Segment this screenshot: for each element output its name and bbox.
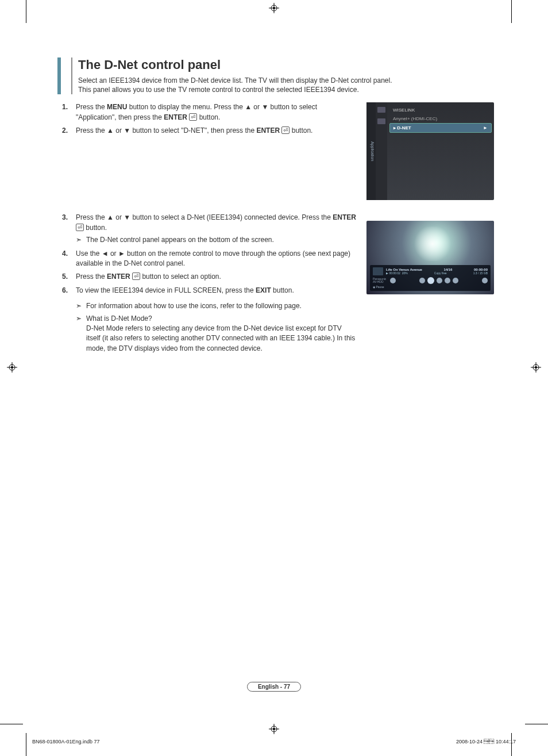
crop-mark	[525, 724, 548, 724]
page-title: The D-Net control panel	[78, 57, 494, 72]
note-answer: D-Net Mode refers to selecting any devic…	[86, 324, 355, 352]
intro-line: Select an IEEE1394 device from the D-Net…	[78, 76, 392, 85]
next-icon	[482, 278, 488, 283]
menu-item-label: Anynet+ (HDMI-CEC)	[393, 116, 437, 121]
note-item: ➣ What is D-Net Mode? D-Net Mode refers …	[76, 314, 356, 354]
note-arrow-icon: ➣	[76, 314, 82, 354]
step-text: Press the	[76, 103, 107, 111]
exit-button-label: EXIT	[256, 286, 271, 294]
pause-icon	[427, 277, 434, 284]
print-timestamp: 2008-10-24  10:44:17	[456, 739, 516, 745]
crop-mark	[511, 0, 512, 23]
page-number-badge: English - 77	[247, 682, 301, 692]
crop-mark	[511, 733, 512, 756]
enter-icon: ⏎	[76, 224, 84, 231]
play-icon	[437, 278, 442, 283]
dnet-control-panel: Life On Venus Avenue 14/16 00:00:00 ▶ 00…	[370, 265, 491, 291]
step-item: Press the ▲ or ▼ button to select a D-Ne…	[57, 213, 356, 245]
page-footer: English - 77	[0, 681, 548, 692]
footnotes: ➣ For information about how to use the i…	[57, 301, 356, 354]
step-item: Press the ▲ or ▼ button to select "D-NET…	[57, 126, 356, 136]
steps-list: Press the ▲ or ▼ button to select a D-Ne…	[57, 213, 356, 296]
step-text: button.	[271, 286, 294, 294]
step-text: button.	[290, 126, 312, 135]
rewind-icon	[445, 278, 450, 283]
note-text: For information about how to use the ico…	[86, 301, 302, 311]
crop-mark	[0, 724, 23, 724]
enter-button-label: ENTER	[256, 126, 280, 135]
step-item: Press the MENU button to display the men…	[57, 102, 356, 122]
menu-item: WISELINK	[389, 106, 492, 114]
menu-item: Anynet+ (HDMI-CEC)	[389, 114, 492, 123]
step-text: button.	[197, 113, 220, 121]
enter-icon: ⏎	[189, 113, 197, 121]
forward-icon	[453, 278, 458, 283]
print-file-info: BN68-01800A-01Eng.indb 77	[32, 739, 100, 745]
menu-category-icon	[377, 118, 385, 124]
elapsed-time: 00:00:02	[389, 271, 400, 275]
note-item: ➣ For information about how to use the i…	[76, 301, 356, 311]
chevron-right-icon: ►	[483, 125, 488, 131]
step-text: Press the ▲ or ▼ button to select a D-Ne…	[76, 213, 333, 221]
file-size: 1.3 / 15 GB	[473, 271, 488, 275]
note-arrow-icon: ➣	[76, 235, 82, 245]
intro-line: This panel allows you to use the TV remo…	[78, 86, 359, 94]
menu-screenshot: Application WISELINK Anynet+ (HDMI-CEC) …	[366, 102, 494, 200]
enter-icon: ⏎	[281, 126, 290, 134]
note-arrow-icon: ➣	[76, 301, 82, 311]
print-footer: BN68-01800A-01Eng.indb 77 2008-10-24  …	[32, 739, 516, 745]
device-label: Panasonic AV-HDD	[373, 278, 388, 284]
intro-text: Select an IEEE1394 device from the D-Net…	[78, 76, 494, 94]
video-thumbnail	[373, 267, 383, 275]
registration-mark-icon	[269, 3, 279, 13]
copy-status: Copy free	[434, 271, 447, 275]
enter-icon: ⏎	[132, 273, 140, 280]
crop-mark	[26, 0, 26, 23]
menu-button-label: MENU	[107, 103, 127, 111]
note-text: The D-Net control panel appears on the b…	[86, 235, 274, 245]
progress-percent: 20%	[402, 271, 408, 275]
note-text: What is D-Net Mode? D-Net Mode refers to…	[86, 314, 356, 354]
step-text: button to select an option.	[140, 273, 221, 281]
stop-icon	[419, 278, 425, 283]
playback-screenshot: Life On Venus Avenue 14/16 00:00:00 ▶ 00…	[366, 221, 494, 294]
note-question: What is D-Net Mode?	[86, 314, 152, 323]
step-item: Press the ENTER ⏎ button to select an op…	[57, 272, 356, 282]
menu-category-icon	[377, 107, 385, 113]
step-text: Press the ▲ or ▼ button to select "D-NET…	[76, 126, 256, 135]
menu-item-selected: ▸ D-NET ►	[389, 123, 492, 133]
crop-mark	[26, 733, 26, 756]
step-text: To view the IEEE1394 device in FULL SCRE…	[76, 286, 256, 294]
enter-button-label: ENTER	[164, 113, 187, 121]
menu-items-list: WISELINK Anynet+ (HDMI-CEC) ▸ D-NET ►	[387, 102, 494, 200]
enter-button-label: ENTER	[107, 273, 130, 281]
prev-icon	[390, 278, 396, 283]
steps-list: Press the MENU button to display the men…	[57, 102, 356, 136]
menu-icon-column	[376, 102, 387, 200]
registration-mark-icon	[269, 724, 279, 734]
menu-item-label: D-NET	[397, 125, 411, 131]
enter-button-label: ENTER	[333, 213, 356, 221]
step-item: To view the IEEE1394 device in FULL SCRE…	[57, 286, 356, 296]
lens-flare-graphic	[412, 227, 453, 261]
title-block: The D-Net control panel Select an IEEE13…	[57, 57, 494, 94]
step-text: Press the	[76, 273, 107, 281]
registration-mark-icon	[7, 362, 17, 373]
registration-mark-icon	[531, 362, 541, 373]
step-text: button.	[84, 224, 107, 232]
step-subnote: ➣ The D-Net control panel appears on the…	[76, 235, 356, 245]
menu-category-label: Application	[366, 102, 376, 200]
step-item: Use the ◄ or ► button on the remote cont…	[57, 249, 356, 269]
playback-state-label: Pause	[376, 285, 384, 289]
